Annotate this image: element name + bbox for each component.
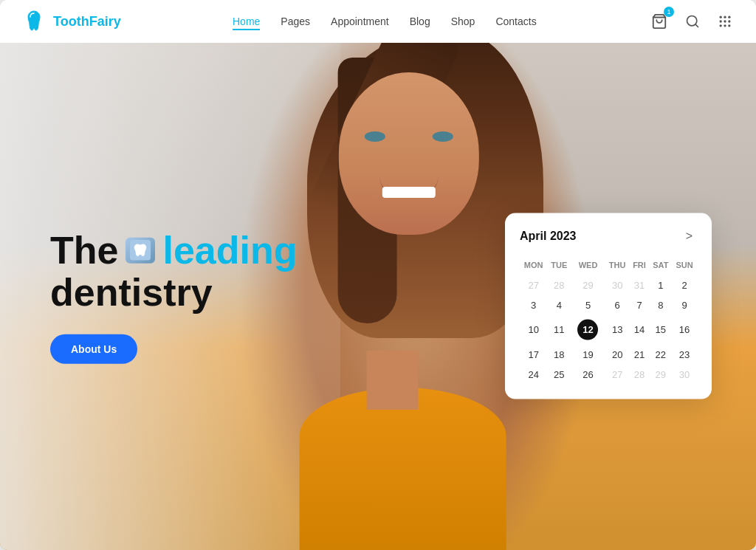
svg-point-11: [728, 24, 730, 27]
svg-point-4: [724, 16, 726, 18]
logo[interactable]: ToothFairy: [21, 8, 121, 35]
headline-leading: leading: [162, 229, 297, 271]
hero-headline: The leading dentistry: [50, 229, 297, 313]
face: [339, 72, 479, 235]
grid-icon: [718, 14, 732, 29]
logo-icon: [21, 8, 47, 35]
cart-icon-wrapper: 1: [648, 10, 670, 32]
col-fri: FRI: [630, 257, 650, 275]
calendar-week-3: 17181920212223: [520, 344, 697, 364]
neck: [367, 351, 419, 410]
headline-the: The: [50, 229, 118, 271]
calendar-week-0: 272829303112: [520, 275, 697, 295]
nav-home[interactable]: Home: [233, 16, 260, 30]
nav-pages[interactable]: Pages: [281, 16, 310, 27]
nav-appointment[interactable]: Appointment: [331, 16, 389, 27]
calendar-week-2: 10111213141516: [520, 314, 697, 344]
calendar-header: April 2023 >: [520, 227, 697, 244]
cart-count: 1: [664, 7, 674, 17]
teeth: [382, 187, 436, 198]
svg-point-9: [719, 24, 721, 27]
svg-point-10: [724, 24, 726, 27]
calendar-week-1: 3456789: [520, 295, 697, 314]
search-icon: [685, 14, 700, 29]
nav-blog[interactable]: Blog: [410, 16, 430, 27]
hero-content: The leading dentistry About Us: [50, 229, 297, 363]
calendar-days-header-row: MON TUE WED THU FRI SAT SUN: [520, 257, 697, 275]
col-sat: SAT: [649, 257, 672, 275]
right-eye: [433, 131, 453, 142]
calendar-widget: April 2023 > MON TUE WED THU FRI SAT SUN: [505, 213, 712, 399]
svg-point-7: [724, 20, 726, 22]
calendar-month-year: April 2023: [520, 229, 576, 242]
calendar-next-button[interactable]: >: [681, 227, 697, 244]
left-eye: [365, 131, 385, 142]
hero-section: The leading dentistry About Us April 202: [0, 43, 756, 550]
nav-links: Home Pages Appointment Blog Shop Contact…: [233, 15, 537, 28]
svg-line-2: [695, 24, 698, 27]
calendar-grid: MON TUE WED THU FRI SAT SUN 272829303112…: [520, 257, 697, 384]
dental-procedure-icon: [130, 240, 151, 261]
page-wrapper: ToothFairy Home Pages Appointment Blog S…: [0, 0, 756, 550]
svg-point-8: [728, 20, 730, 22]
calendar-week-4: 24252627282930: [520, 364, 697, 384]
grid-button[interactable]: [715, 11, 735, 32]
headline-line1: The leading: [50, 229, 297, 271]
shirt: [300, 388, 506, 550]
svg-point-6: [719, 20, 721, 22]
headline-line2: dentistry: [50, 272, 297, 314]
col-sun: SUN: [672, 257, 697, 275]
nav-shop[interactable]: Shop: [451, 16, 475, 27]
col-mon: MON: [520, 257, 547, 275]
navbar: ToothFairy Home Pages Appointment Blog S…: [0, 0, 756, 43]
dental-thumbnail: [126, 237, 155, 263]
col-wed: WED: [571, 257, 605, 275]
svg-point-3: [719, 16, 721, 18]
calendar-body: 2728293031123456789101112131415161718192…: [520, 275, 697, 384]
logo-text: ToothFairy: [53, 14, 121, 30]
col-tue: TUE: [547, 257, 571, 275]
nav-contacts[interactable]: Contacts: [495, 16, 536, 27]
col-thu: THU: [605, 257, 630, 275]
search-button[interactable]: [682, 11, 703, 32]
svg-point-5: [728, 16, 730, 18]
about-us-button[interactable]: About Us: [50, 334, 137, 364]
nav-icons: 1: [648, 10, 735, 32]
